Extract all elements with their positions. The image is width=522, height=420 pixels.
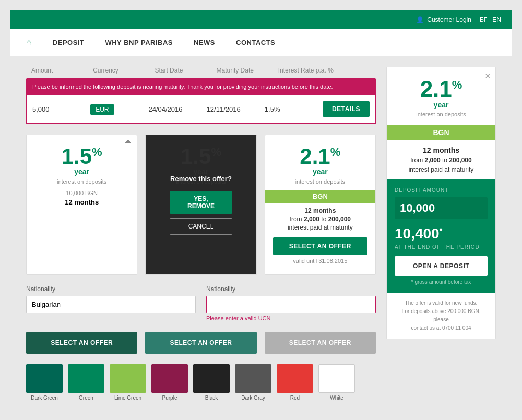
swatch-label: Dark Green xyxy=(26,395,63,401)
cell-amount: 5,000 xyxy=(32,105,90,113)
right-year: year xyxy=(395,101,488,109)
swatch-label: Red xyxy=(277,395,313,401)
lang-switcher: БГ EN xyxy=(480,16,501,23)
details-button[interactable]: DETAILS xyxy=(323,101,370,117)
deposit-input[interactable] xyxy=(395,197,488,219)
navbar: ⌂ DEPOSIT WHY BNP PARIBAS NEWS CONTACTS xyxy=(10,29,512,56)
cell-start: 24/04/2016 xyxy=(148,105,206,113)
offer-card-2: 1.5% year interest on deposits 10,000 BG… xyxy=(145,135,256,275)
rate-1: 1.5% xyxy=(34,146,129,167)
swatch-label: Dark Gray xyxy=(235,395,271,401)
nationality-input-2[interactable] xyxy=(206,296,376,313)
topbar: 👤 Customer Login БГ EN xyxy=(10,10,512,29)
color-swatch[interactable] xyxy=(277,364,313,393)
cell-currency: EUR xyxy=(90,105,148,113)
open-deposit-button[interactable]: OPEN A DEPOSIT xyxy=(395,256,488,276)
nationality-group-2: Nationality Please enter a valid UCN xyxy=(206,285,376,321)
swatch-group: Lime Green xyxy=(110,364,146,401)
header-maturity: Maturity Date xyxy=(217,67,278,74)
color-swatch[interactable] xyxy=(68,364,104,393)
nationality-group-1: Nationality xyxy=(26,285,196,321)
left-panel: Amount Currency Start Date Maturity Date… xyxy=(26,67,376,401)
nav-news[interactable]: NEWS xyxy=(194,39,215,46)
swatch-group: White xyxy=(318,364,355,401)
remove-overlay: Remove this offer? YES, REMOVE CANCEL xyxy=(146,135,256,274)
interest-text-3: interest on deposits xyxy=(273,178,367,185)
right-detail: 12 months from 2,000 to 200,000 interest… xyxy=(387,140,495,179)
select-offer-btn-1[interactable]: SELECT AN OFFER xyxy=(26,332,137,354)
nat-label-1: Nationality xyxy=(26,285,196,293)
swatch-group: Dark Gray xyxy=(235,364,271,401)
months-1: 12 months xyxy=(34,198,129,206)
year-label-1: year xyxy=(34,167,129,176)
login-label[interactable]: Customer Login xyxy=(427,16,471,23)
header-rate: Interest Rate p.a. % xyxy=(278,67,371,74)
select-offer-btn-2[interactable]: SELECT AN OFFER xyxy=(145,332,256,354)
color-swatch[interactable] xyxy=(110,364,146,393)
color-swatches: Dark GreenGreenLime GreenPurpleBlackDark… xyxy=(26,364,376,401)
swatch-label: Black xyxy=(193,395,230,401)
nav-contacts[interactable]: CONTACTS xyxy=(236,39,275,46)
footer-text: The offer is valid for new funds.For dep… xyxy=(401,300,480,331)
year-label-3: year xyxy=(273,167,367,176)
table-headers: Amount Currency Start Date Maturity Date… xyxy=(26,67,376,74)
cell-maturity: 12/11/2016 xyxy=(207,105,265,113)
remove-title: Remove this offer? xyxy=(170,175,232,183)
home-icon[interactable]: ⌂ xyxy=(26,37,32,48)
nav-why[interactable]: WHY BNP PARIBAS xyxy=(105,39,173,46)
color-swatch[interactable] xyxy=(235,364,271,393)
nav-deposit[interactable]: DEPOSIT xyxy=(53,39,85,46)
color-swatch[interactable] xyxy=(151,364,188,393)
offer-card-1: 🗑 1.5% year interest on deposits 10,000 … xyxy=(26,135,137,275)
swatch-label: Green xyxy=(68,395,104,401)
offer-card-3: 2.1% year interest on deposits BGN 12 mo… xyxy=(265,135,376,275)
swatch-group: Green xyxy=(68,364,104,401)
swatch-group: Black xyxy=(193,364,230,401)
nationality-input-1[interactable] xyxy=(26,296,196,313)
nat-label-2: Nationality xyxy=(206,285,376,293)
currency-badge: EUR xyxy=(90,104,114,115)
swatch-group: Purple xyxy=(151,364,188,401)
deposit-section: DEPOSIT AMOUNT 10,400* AT THE END OF THE… xyxy=(387,179,495,293)
nationality-section: Nationality Nationality Please enter a v… xyxy=(26,285,376,321)
main-content: Amount Currency Start Date Maturity Date… xyxy=(10,56,512,411)
lang-bg[interactable]: БГ xyxy=(480,16,487,23)
rate-3: 2.1% xyxy=(273,146,367,167)
data-row: 5,000 EUR 24/04/2016 12/11/2016 1.5% DET… xyxy=(26,95,376,124)
color-swatch[interactable] xyxy=(193,364,230,393)
trash-icon-1[interactable]: 🗑 xyxy=(124,139,133,149)
currency-bar-3: BGN xyxy=(265,190,375,203)
gross-note: * gross amount before tax xyxy=(395,279,488,285)
range-3: from 2,000 to 200,000 xyxy=(273,215,367,223)
close-icon[interactable]: × xyxy=(485,71,490,81)
right-currency-bar: BGN xyxy=(387,125,495,140)
login-area[interactable]: 👤 Customer Login xyxy=(416,16,471,23)
offer-cards: 🗑 1.5% year interest on deposits 10,000 … xyxy=(26,135,376,275)
select-offer-btn-3[interactable]: SELECT AN OFFER xyxy=(265,332,376,354)
cancel-remove-button[interactable]: CANCEL xyxy=(170,218,232,235)
months-3: 12 months xyxy=(273,207,367,214)
right-footer: The offer is valid for new funds.For dep… xyxy=(387,293,495,339)
header-amount: Amount xyxy=(31,67,93,74)
bgn-amount-1: 10,000 BGN xyxy=(34,190,129,196)
right-top: 2.1% year interest on deposits xyxy=(387,67,495,125)
yes-remove-button[interactable]: YES, REMOVE xyxy=(170,191,232,214)
right-months: 12 months xyxy=(395,146,488,154)
color-swatch[interactable] xyxy=(26,364,63,393)
select-offer-button-3[interactable]: SELECT AN OFFER xyxy=(273,237,367,255)
select-buttons: SELECT AN OFFER SELECT AN OFFER SELECT A… xyxy=(26,332,376,354)
lang-en[interactable]: EN xyxy=(492,16,501,23)
deposit-result: 10,400* xyxy=(395,225,488,242)
screen: 👤 Customer Login БГ EN ⌂ DEPOSIT WHY BNP… xyxy=(10,10,512,420)
right-rate: 2.1% xyxy=(395,78,488,101)
maturity-3: interest paid at maturity xyxy=(273,224,367,231)
deposit-label: DEPOSIT AMOUNT xyxy=(395,187,488,193)
right-panel: × 2.1% year interest on deposits BGN 12 … xyxy=(386,67,496,339)
at-end-label: AT THE END OF THE PERIOD xyxy=(395,244,488,250)
swatch-group: Red xyxy=(277,364,313,401)
color-swatch[interactable] xyxy=(318,364,355,393)
swatch-label: White xyxy=(318,395,355,401)
alert-text: Please be informed the following deposit… xyxy=(32,83,333,90)
swatch-group: Dark Green xyxy=(26,364,63,401)
valid-text-3: valid until 31.08.2015 xyxy=(273,258,367,264)
